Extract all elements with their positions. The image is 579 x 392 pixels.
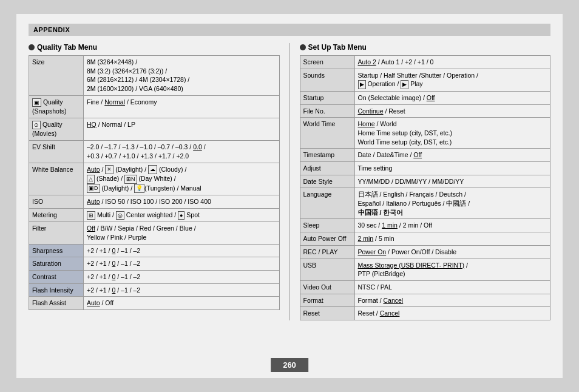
- row-label: Size: [29, 56, 84, 96]
- row-label: White Balance: [29, 163, 84, 195]
- table-row: Date Style YY/MM/DD / DD/MM/YY / MM/DD/Y…: [300, 175, 550, 188]
- table-row: Contrast +2 / +1 / 0 / –1 / –2: [29, 271, 280, 284]
- wb-daywhite-icon: ⊞N: [124, 175, 137, 184]
- row-label: REC / PLAY: [300, 245, 354, 259]
- row-value: Auto / Off: [84, 297, 280, 310]
- row-label: EV Shift: [29, 141, 84, 163]
- quality-section-title: Quality Tab Menu: [29, 43, 280, 52]
- table-row: Adjust Time setting: [300, 162, 550, 175]
- row-value: Date / Date&Time / Off: [354, 149, 550, 162]
- row-value: Format / Cancel: [354, 294, 550, 307]
- table-row: Language 日本語 / English / Français / Deut…: [300, 188, 550, 219]
- quality-table: Size 8M (3264×2448) / 8M (3:2) (3264×217…: [29, 55, 280, 310]
- row-value: +2 / +1 / 0 / –1 / –2: [84, 257, 280, 271]
- wb-cloudy-icon: ☁: [148, 165, 157, 174]
- row-label: Flash Assist: [29, 297, 84, 310]
- row-label: Saturation: [29, 257, 84, 271]
- row-value: Reset / Cancel: [354, 307, 550, 320]
- row-label: Sounds: [300, 69, 354, 91]
- table-row: Auto Power Off 2 min / 5 min: [300, 232, 550, 246]
- row-value: Fine / Normal / Economy: [84, 95, 280, 118]
- row-label: Startup: [300, 91, 354, 104]
- table-row: ⊙ Quality(Movies) HQ / Normal / LP: [29, 118, 280, 140]
- table-row: White Balance Auto / ✳ (Daylight) / ☁ (C…: [29, 163, 280, 195]
- row-label: Flash Intensity: [29, 283, 84, 297]
- setup-section-title: Set Up Tab Menu: [300, 43, 551, 52]
- table-row: Flash Assist Auto / Off: [29, 297, 280, 310]
- row-value: ⊞ Multi / ◎ Center weighted / ● Spot: [84, 208, 280, 222]
- row-value: 2 min / 5 min: [354, 232, 550, 246]
- table-row: ▣ Quality(Snapshots) Fine / Normal / Eco…: [29, 95, 280, 118]
- table-row: Saturation +2 / +1 / 0 / –1 / –2: [29, 257, 280, 271]
- row-label: Date Style: [300, 175, 354, 188]
- wb-tungsten-icon: 💡: [134, 184, 144, 193]
- row-label: Timestamp: [300, 149, 354, 162]
- row-label: Contrast: [29, 271, 84, 284]
- table-row: Size 8M (3264×2448) / 8M (3:2) (3264×217…: [29, 56, 280, 96]
- bullet-icon-right: [300, 44, 306, 50]
- row-value: 30 sec / 1 min / 2 min / Off: [354, 219, 550, 232]
- row-label: USB: [300, 259, 354, 280]
- row-label: Language: [300, 188, 354, 219]
- metering-spot-icon: ●: [178, 211, 185, 220]
- table-row: Filter Off / B/W / Sepia / Red / Green /…: [29, 222, 280, 244]
- two-column-layout: Quality Tab Menu Size 8M (3264×2448) / 8…: [29, 43, 550, 320]
- quality-snapshots-icon: ▣: [32, 98, 41, 107]
- row-label: ▣ Quality(Snapshots): [29, 95, 84, 118]
- table-row: Format Format / Cancel: [300, 294, 550, 307]
- row-label: Filter: [29, 222, 84, 244]
- table-row: World Time Home / World Home Time setup …: [300, 118, 550, 149]
- row-label: ISO: [29, 195, 84, 209]
- table-row: Timestamp Date / Date&Time / Off: [300, 149, 550, 162]
- row-label: Format: [300, 294, 354, 307]
- setup-table: Screen Auto 2 / Auto 1 / +2 / +1 / 0 Sou…: [300, 55, 551, 320]
- metering-center-icon: ◎: [116, 211, 124, 220]
- row-value: Time setting: [354, 162, 550, 175]
- table-row: Flash Intensity +2 / +1 / 0 / –1 / –2: [29, 283, 280, 297]
- row-label: Sharpness: [29, 244, 84, 257]
- table-row: File No. Continue / Reset: [300, 104, 550, 118]
- right-column: Set Up Tab Menu Screen Auto 2 / Auto 1 /…: [290, 43, 551, 320]
- row-label: Screen: [300, 56, 354, 69]
- metering-multi-icon: ⊞: [87, 211, 95, 220]
- row-value: 8M (3264×2448) / 8M (3:2) (3264×2176 (3:…: [84, 56, 280, 96]
- row-value: +2 / +1 / 0 / –1 / –2: [84, 283, 280, 297]
- table-row: Sharpness +2 / +1 / 0 / –1 / –2: [29, 244, 280, 257]
- row-value: Off / B/W / Sepia / Red / Green / Blue /…: [84, 222, 280, 244]
- table-row: Reset Reset / Cancel: [300, 307, 550, 320]
- row-value: +2 / +1 / 0 / –1 / –2: [84, 271, 280, 284]
- row-value: +2 / +1 / 0 / –1 / –2: [84, 244, 280, 257]
- row-value: Auto 2 / Auto 1 / +2 / +1 / 0: [354, 56, 550, 69]
- page: APPENDIX Quality Tab Menu Size 8M (3264×…: [16, 14, 563, 378]
- row-value: HQ / Normal / LP: [84, 118, 280, 140]
- row-label: ⊙ Quality(Movies): [29, 118, 84, 140]
- row-label: Metering: [29, 208, 84, 222]
- row-value: –2.0 / –1.7 / –1.3 / –1.0 / –0.7 / –0.3 …: [84, 141, 280, 163]
- row-value: Power On / Power On/Off / Disable: [354, 245, 550, 259]
- row-value: On (Selectable image) / Off: [354, 91, 550, 104]
- left-column: Quality Tab Menu Size 8M (3264×2448) / 8…: [29, 43, 290, 320]
- table-row: Video Out NTSC / PAL: [300, 280, 550, 294]
- row-value: 日本語 / English / Français / Deutsch / Esp…: [354, 188, 550, 219]
- table-row: USB Mass Storage (USB DIRECT- PRINT) / P…: [300, 259, 550, 280]
- appendix-header: APPENDIX: [29, 24, 550, 36]
- row-value: YY/MM/DD / DD/MM/YY / MM/DD/YY: [354, 175, 550, 188]
- row-value: Continue / Reset: [354, 104, 550, 118]
- row-value: Auto / ✳ (Daylight) / ☁ (Cloudy) / △ (Sh…: [84, 163, 280, 195]
- row-value: Auto / ISO 50 / ISO 100 / ISO 200 / ISO …: [84, 195, 280, 209]
- row-label: Auto Power Off: [300, 232, 354, 246]
- row-value: Mass Storage (USB DIRECT- PRINT) / PTP (…: [354, 259, 550, 280]
- row-label: Adjust: [300, 162, 354, 175]
- row-label: Sleep: [300, 219, 354, 232]
- table-row: ISO Auto / ISO 50 / ISO 100 / ISO 200 / …: [29, 195, 280, 209]
- bullet-icon: [29, 44, 35, 50]
- row-value: NTSC / PAL: [354, 280, 550, 294]
- row-value: Startup / Half Shutter /Shutter / Operat…: [354, 69, 550, 91]
- wb-daylight-icon: ✳: [105, 165, 113, 174]
- table-row: Metering ⊞ Multi / ◎ Center weighted / ●…: [29, 208, 280, 222]
- row-label: Video Out: [300, 280, 354, 294]
- page-number: 260: [271, 358, 308, 372]
- table-row: Startup On (Selectable image) / Off: [300, 91, 550, 104]
- row-label: Reset: [300, 307, 354, 320]
- header-title: APPENDIX: [33, 26, 70, 33]
